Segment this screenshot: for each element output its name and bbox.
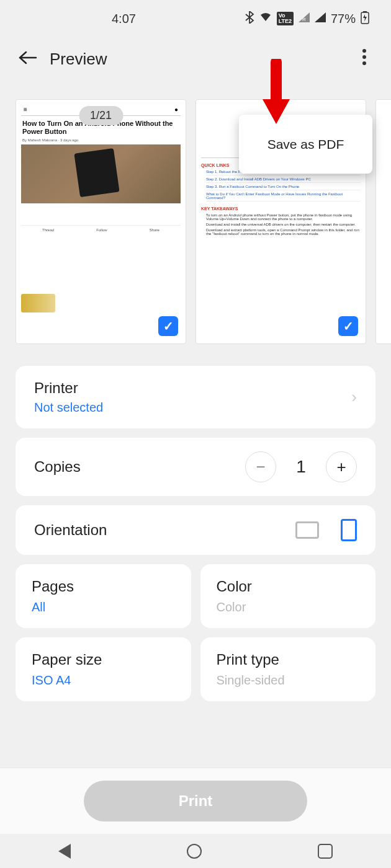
volte-icon: VoLTE2 (277, 12, 294, 25)
page-title: Preview (50, 50, 107, 69)
print-settings: Printer Not selected › Copies − 1 + Orie… (0, 366, 391, 701)
copies-decrement-button[interactable]: − (245, 451, 276, 482)
print-type-setting[interactable]: Print type Single-sided (200, 637, 376, 701)
signal-icon-1: R (299, 12, 310, 25)
orientation-label: Orientation (34, 521, 107, 539)
copies-value: 1 (292, 457, 310, 477)
orientation-setting: Orientation (16, 505, 375, 555)
more-menu-icon[interactable] (362, 49, 366, 69)
svg-point-3 (362, 49, 366, 53)
copies-increment-button[interactable]: + (326, 451, 357, 482)
color-value: Color (217, 600, 246, 614)
pages-setting[interactable]: Pages All (16, 564, 191, 628)
color-setting[interactable]: Color Color (200, 564, 376, 628)
check-icon[interactable]: ✓ (158, 316, 178, 336)
copies-setting: Copies − 1 + (16, 438, 375, 496)
bluetooth-icon (245, 11, 254, 27)
pages-value: All (32, 600, 45, 614)
printer-label: Printer (34, 379, 103, 397)
paper-size-setting[interactable]: Paper size ISO A4 (16, 637, 191, 701)
paper-size-value: ISO A4 (32, 673, 71, 688)
printer-value: Not selected (34, 401, 103, 415)
svg-point-4 (362, 55, 366, 59)
status-bar: 4:07 VoLTE2 R 77% (0, 0, 391, 37)
nav-recent-icon[interactable] (318, 844, 333, 859)
paper-size-label: Paper size (32, 651, 102, 668)
battery-percent: 77% (331, 12, 356, 26)
nav-home-icon[interactable] (187, 844, 202, 859)
annotation-arrow-icon (258, 59, 295, 130)
svg-rect-2 (363, 11, 367, 12)
orientation-portrait-icon[interactable] (341, 519, 357, 541)
printer-setting[interactable]: Printer Not selected › (16, 366, 375, 428)
status-time: 4:07 (112, 12, 136, 26)
page-thumbnail-1[interactable]: 1/21 ≡● How to Turn On an Android Phone … (16, 99, 186, 344)
wifi-icon (259, 12, 272, 25)
signal-icon-2 (315, 12, 326, 25)
battery-charging-icon (361, 11, 369, 27)
svg-point-5 (362, 61, 366, 65)
print-type-value: Single-sided (217, 673, 285, 688)
copies-label: Copies (34, 458, 81, 476)
print-button[interactable]: Print (84, 781, 307, 822)
status-icons: VoLTE2 R 77% (245, 11, 369, 27)
page-thumbnail-3[interactable] (375, 99, 391, 344)
system-nav-bar (0, 834, 391, 868)
check-icon[interactable]: ✓ (338, 316, 358, 336)
popup-label: Save as PDF (267, 137, 344, 152)
back-icon[interactable] (19, 49, 37, 69)
color-label: Color (217, 578, 252, 595)
page-counter-badge: 1/21 (79, 106, 123, 125)
svg-text:R: R (302, 17, 306, 22)
pages-label: Pages (32, 578, 74, 595)
print-type-label: Print type (217, 651, 279, 668)
chevron-right-icon: › (351, 388, 357, 407)
orientation-landscape-icon[interactable] (295, 521, 319, 539)
app-header: Preview (0, 37, 391, 81)
print-action-bar: Print (0, 768, 391, 834)
nav-back-icon[interactable] (58, 844, 71, 859)
